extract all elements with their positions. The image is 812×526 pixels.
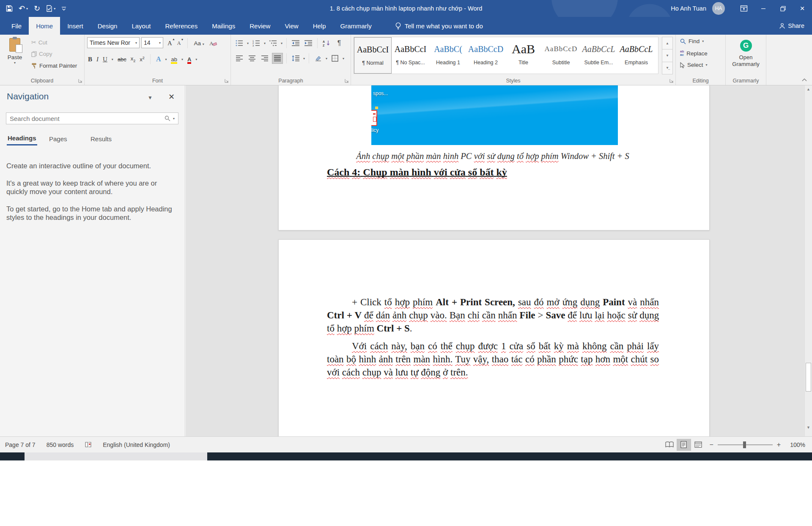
navigation-options-chevron-icon[interactable]: ▼ bbox=[148, 95, 153, 101]
underline-button[interactable]: U bbox=[103, 56, 107, 63]
bullets-button[interactable] bbox=[234, 38, 244, 48]
search-input[interactable] bbox=[6, 115, 165, 122]
scrollbar-thumb[interactable] bbox=[806, 363, 811, 392]
document-canvas[interactable]: spos... licy Ảnh chụp một phần màn hình … bbox=[186, 85, 812, 436]
style-subtitle[interactable]: AaBbCcD Subtitle bbox=[542, 37, 580, 74]
highlight-color-button[interactable]: ab bbox=[171, 57, 177, 62]
format-painter-button[interactable]: Format Painter bbox=[31, 63, 77, 69]
bold-button[interactable]: B bbox=[88, 56, 92, 63]
word-count[interactable]: 850 words bbox=[47, 441, 74, 448]
zoom-out-button[interactable]: − bbox=[710, 441, 713, 449]
web-layout-button[interactable] bbox=[691, 439, 705, 451]
vertical-scrollbar[interactable]: ▲ ▼ bbox=[804, 85, 812, 436]
text-effects-button[interactable]: A bbox=[156, 55, 161, 63]
change-case-button[interactable]: Aa ▾ bbox=[194, 40, 204, 47]
search-icon[interactable] bbox=[165, 115, 170, 121]
customize-qat-button[interactable] bbox=[61, 6, 66, 11]
zoom-slider[interactable] bbox=[718, 444, 773, 445]
tab-design[interactable]: Design bbox=[91, 17, 125, 35]
font-color-button[interactable]: A bbox=[187, 57, 191, 62]
clear-formatting-button[interactable]: A bbox=[209, 40, 217, 47]
zoom-in-button[interactable]: + bbox=[777, 441, 781, 449]
font-dialog-launcher[interactable] bbox=[225, 79, 229, 83]
nav-tab-results[interactable]: Results bbox=[89, 132, 130, 145]
document-page-1[interactable]: spos... licy Ảnh chụp một phần màn hình … bbox=[278, 85, 710, 230]
style-no-spacing[interactable]: AaBbCcI ¶ No Spac... bbox=[392, 37, 429, 74]
nav-tab-pages[interactable]: Pages bbox=[47, 132, 89, 145]
decrease-indent-button[interactable] bbox=[291, 38, 301, 48]
paragraph-dialog-launcher[interactable] bbox=[345, 79, 349, 83]
collapse-ribbon-button[interactable] bbox=[802, 78, 807, 82]
italic-button[interactable]: I bbox=[96, 56, 99, 63]
font-size-combo[interactable]: 14▾ bbox=[141, 37, 163, 48]
shading-button[interactable] bbox=[313, 53, 323, 63]
grow-font-button[interactable]: A▲ bbox=[167, 40, 172, 47]
scroll-up-arrow-icon[interactable]: ▲ bbox=[805, 85, 812, 93]
find-button[interactable]: Find ▾ bbox=[680, 38, 704, 44]
styles-scroll-down[interactable]: ▼ bbox=[662, 49, 673, 62]
subscript-button[interactable]: x2 bbox=[131, 55, 136, 63]
tab-grammarly[interactable]: Grammarly bbox=[333, 17, 379, 35]
tab-mailings[interactable]: Mailings bbox=[205, 17, 242, 35]
language-indicator[interactable]: English (United Kingdom) bbox=[103, 441, 170, 448]
styles-scroll-up[interactable]: ▲ bbox=[662, 37, 673, 49]
style-title[interactable]: AaB Title bbox=[505, 37, 542, 74]
font-name-combo[interactable]: Times New Ror▾ bbox=[87, 37, 140, 48]
style-normal[interactable]: AaBbCcI ¶ Normal bbox=[354, 37, 392, 74]
cut-button[interactable]: ✂ Cut bbox=[31, 39, 47, 46]
align-center-button[interactable] bbox=[247, 53, 257, 63]
increase-indent-button[interactable] bbox=[303, 38, 313, 48]
scroll-down-arrow-icon[interactable]: ▼ bbox=[805, 424, 812, 431]
tab-view[interactable]: View bbox=[277, 17, 305, 35]
align-right-button[interactable] bbox=[260, 53, 270, 63]
paste-button[interactable]: Paste ▾ bbox=[3, 37, 26, 71]
minimize-button[interactable] bbox=[754, 0, 773, 17]
tab-help[interactable]: Help bbox=[306, 17, 333, 35]
close-button[interactable]: × bbox=[793, 0, 812, 17]
select-button[interactable]: Select ▾ bbox=[680, 62, 708, 68]
save-button[interactable] bbox=[6, 5, 13, 12]
strikethrough-button[interactable]: abc bbox=[118, 56, 126, 63]
tab-review[interactable]: Review bbox=[242, 17, 277, 35]
proofing-errors-icon[interactable] bbox=[85, 441, 92, 448]
tab-layout[interactable]: Layout bbox=[124, 17, 158, 35]
replace-button[interactable]: abac Replace bbox=[680, 50, 708, 57]
borders-button[interactable] bbox=[330, 53, 340, 63]
line-spacing-button[interactable] bbox=[291, 53, 301, 63]
restore-button[interactable] bbox=[773, 0, 793, 17]
zoom-slider-thumb[interactable] bbox=[743, 441, 746, 448]
account-name[interactable]: Ho Anh Tuan bbox=[671, 5, 706, 12]
shrink-font-button[interactable]: A▼ bbox=[177, 40, 181, 47]
multilevel-list-button[interactable] bbox=[268, 38, 278, 48]
numbering-button[interactable]: 123 bbox=[251, 38, 261, 48]
undo-button[interactable]: ↶▾ bbox=[19, 5, 28, 12]
avatar[interactable]: HA bbox=[712, 2, 725, 15]
nav-tab-headings[interactable]: Headings bbox=[6, 132, 47, 145]
style-heading2[interactable]: AaBbCcD Heading 2 bbox=[467, 37, 505, 74]
style-emphasis[interactable]: AaBbCcL Emphasis bbox=[617, 37, 655, 74]
navigation-close-icon[interactable]: ✕ bbox=[168, 92, 175, 101]
embedded-screenshot-image[interactable]: spos... licy bbox=[371, 85, 618, 145]
redo-button[interactable]: ↻ bbox=[34, 5, 40, 12]
align-left-button[interactable] bbox=[234, 53, 244, 63]
styles-dialog-launcher[interactable] bbox=[669, 79, 674, 83]
document-page-2[interactable]: + Click tổ hợp phím Alt + Print Screen, … bbox=[278, 239, 710, 436]
clipboard-dialog-launcher[interactable] bbox=[78, 79, 82, 83]
superscript-button[interactable]: x2 bbox=[140, 56, 145, 63]
sort-button[interactable]: AZ bbox=[321, 38, 332, 48]
ribbon-display-options-button[interactable] bbox=[734, 0, 754, 17]
style-subtle-emphasis[interactable]: AaBbCcL Subtle Em... bbox=[580, 37, 617, 74]
justify-button[interactable] bbox=[272, 53, 283, 63]
tab-references[interactable]: References bbox=[158, 17, 205, 35]
read-mode-button[interactable] bbox=[662, 439, 677, 451]
styles-gallery-more[interactable]: ▼̲ bbox=[662, 62, 673, 74]
show-hide-pilcrow-button[interactable]: ¶ bbox=[334, 38, 344, 48]
tab-home[interactable]: Home bbox=[29, 17, 60, 35]
tab-file[interactable]: File bbox=[4, 17, 29, 35]
share-button[interactable]: Share bbox=[779, 17, 812, 35]
tell-me-box[interactable]: Tell me what you want to do bbox=[395, 17, 483, 35]
style-heading1[interactable]: AaBbC( Heading 1 bbox=[429, 37, 467, 74]
zoom-level[interactable]: 100% bbox=[790, 441, 805, 448]
page-indicator[interactable]: Page 7 of 7 bbox=[5, 441, 36, 448]
search-options-chevron-icon[interactable]: ▾ bbox=[173, 117, 175, 121]
